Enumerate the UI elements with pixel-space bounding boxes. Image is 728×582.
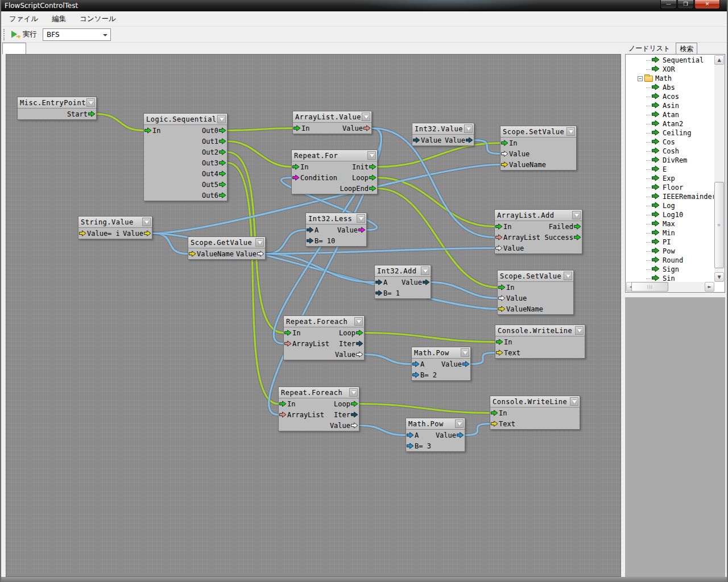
- node-dropdown-button[interactable]: [349, 388, 358, 397]
- node-dropdown-button[interactable]: [455, 419, 464, 428]
- output-pin-out6[interactable]: Out6: [202, 192, 226, 199]
- input-pin-value[interactable]: Value: [495, 244, 524, 252]
- output-pin-iter[interactable]: Iter: [334, 411, 358, 419]
- tree-item[interactable]: −Math: [627, 74, 714, 83]
- output-pin-value[interactable]: Value: [342, 124, 371, 132]
- title-bar[interactable]: FlowScriptControlTest — ❐ ✕: [1, 0, 727, 11]
- tree-item[interactable]: PI: [627, 238, 714, 247]
- input-pin-in[interactable]: In: [279, 400, 295, 408]
- output-pin-init[interactable]: Init: [352, 163, 377, 171]
- input-pin-in[interactable]: In: [501, 139, 517, 147]
- exec-wire[interactable]: [97, 114, 143, 131]
- input-pin-arraylist[interactable]: ArrayList: [284, 340, 329, 348]
- output-pin-out2[interactable]: Out2: [202, 148, 226, 156]
- output-pin-out4[interactable]: Out4: [202, 170, 226, 178]
- output-pin-value[interactable]: Value: [402, 278, 430, 286]
- output-pin-out1[interactable]: Out1: [202, 138, 226, 146]
- close-button[interactable]: ✕: [694, 0, 720, 9]
- output-pin-value[interactable]: Value: [236, 250, 264, 258]
- node-dropdown-button[interactable]: [570, 397, 578, 406]
- run-button[interactable]: ➜ 実行: [11, 30, 37, 39]
- menu-item[interactable]: 編集: [46, 11, 72, 26]
- input-pin-in[interactable]: In: [491, 409, 507, 417]
- tree-item[interactable]: E: [627, 165, 714, 174]
- input-pin-in[interactable]: In: [144, 127, 160, 135]
- input-pin-in[interactable]: In: [498, 284, 514, 292]
- input-pin-b2[interactable]: B= 2: [412, 371, 437, 379]
- node-dropdown-button[interactable]: [362, 113, 370, 121]
- node-int32-less[interactable]: Int32.LessAValueB= 10: [305, 213, 367, 247]
- node-repeat-foreach-1[interactable]: Repeat.ForeachInLoopArrayListIterValue: [283, 315, 365, 360]
- scroll-up-button[interactable]: ▲: [714, 55, 724, 65]
- tree-item[interactable]: Sequential: [627, 56, 714, 65]
- node-dropdown-button[interactable]: [217, 115, 226, 123]
- output-pin-value[interactable]: Value: [123, 230, 151, 238]
- input-pin-arraylist[interactable]: ArrayList: [279, 411, 324, 419]
- menu-item[interactable]: ファイル: [3, 11, 44, 26]
- maximize-button[interactable]: ❐: [677, 0, 694, 9]
- output-pin-start[interactable]: Start: [67, 110, 96, 118]
- input-pin-a[interactable]: A: [407, 431, 419, 439]
- input-pin-a[interactable]: A: [412, 360, 424, 368]
- output-pin-out3[interactable]: Out3: [202, 159, 226, 167]
- tree-item[interactable]: IEEERemainder: [627, 192, 714, 201]
- exec-wire[interactable]: [378, 143, 500, 167]
- tree-item[interactable]: Cos: [627, 138, 714, 147]
- node-console-writeline-2[interactable]: Console.WriteLineInText: [490, 396, 580, 430]
- input-pin-in[interactable]: In: [292, 163, 308, 171]
- input-pin-b3[interactable]: B= 3: [407, 442, 431, 450]
- output-pin-value[interactable]: Value: [337, 226, 366, 234]
- input-pin-a[interactable]: A: [375, 278, 387, 286]
- output-pin-value[interactable]: Value: [335, 351, 363, 359]
- output-pin-out5[interactable]: Out5: [202, 181, 226, 189]
- input-pin-a[interactable]: A: [307, 226, 318, 234]
- output-pin-out0[interactable]: Out0: [202, 127, 226, 135]
- node-scope-setvalue-1[interactable]: Scope.SetValueInValueValueName: [500, 126, 577, 171]
- node-dropdown-button[interactable]: [142, 218, 151, 226]
- tree-item[interactable]: Sign: [627, 265, 714, 274]
- node-repeat-for[interactable]: Repeat.ForInInitConditionLoopLoopEnd: [291, 149, 378, 194]
- input-pin-in[interactable]: In: [293, 124, 309, 132]
- output-pin-loop[interactable]: Loop: [334, 400, 358, 408]
- node-dropdown-button[interactable]: [566, 127, 575, 136]
- data-wire[interactable]: [471, 353, 495, 364]
- minimize-button[interactable]: —: [660, 0, 677, 9]
- input-pin-condition[interactable]: Condition: [292, 174, 337, 182]
- tab-search[interactable]: 検索: [676, 43, 697, 54]
- tree-item[interactable]: XOR: [627, 65, 714, 74]
- node-arraylist-value[interactable]: ArrayList.ValueInValue: [292, 111, 372, 134]
- output-pin-iter[interactable]: Iter: [339, 340, 363, 348]
- node-int32-value[interactable]: Int32.ValueValueValue: [412, 123, 474, 146]
- output-pin-value[interactable]: Value: [330, 422, 358, 430]
- output-pin-loop[interactable]: Loop: [352, 174, 377, 182]
- tree-item[interactable]: Asin: [627, 101, 714, 110]
- input-pin-in[interactable]: In: [496, 338, 512, 346]
- tree-item[interactable]: Atan2: [627, 119, 714, 128]
- node-dropdown-button[interactable]: [255, 238, 264, 247]
- tree-item[interactable]: DivRem: [627, 156, 714, 165]
- node-int32-add[interactable]: Int32.AddAValueB= 1: [374, 265, 431, 299]
- node-scope-setvalue-2[interactable]: Scope.SetValueInValueValueName: [497, 270, 574, 315]
- data-wire[interactable]: [266, 248, 494, 254]
- node-dropdown-button[interactable]: [575, 326, 584, 335]
- scroll-down-button[interactable]: ▼: [714, 272, 724, 282]
- canvas-tab[interactable]: [2, 43, 26, 54]
- input-pin-text[interactable]: Text: [491, 420, 515, 428]
- node-dropdown-button[interactable]: [461, 348, 469, 357]
- node-dropdown-button[interactable]: [357, 214, 365, 223]
- data-wire[interactable]: [465, 424, 490, 435]
- node-math-pow-1[interactable]: Math.PowAValueB= 2: [411, 347, 471, 381]
- tree-item[interactable]: Abs: [627, 83, 714, 92]
- input-pin-b1[interactable]: B= 1: [375, 289, 400, 297]
- vertical-scroll-thumb[interactable]: ≡: [714, 182, 724, 268]
- node-dropdown-button[interactable]: [564, 272, 572, 280]
- tree-item[interactable]: Exp: [627, 174, 714, 183]
- node-dropdown-button[interactable]: [354, 317, 363, 326]
- tree-item[interactable]: Log: [627, 201, 714, 210]
- output-pin-value[interactable]: Value: [441, 360, 470, 368]
- tree-item[interactable]: Round: [627, 256, 714, 265]
- input-pin-in[interactable]: In: [495, 223, 511, 231]
- node-dropdown-button[interactable]: [367, 151, 376, 160]
- input-pin-arraylist[interactable]: ArrayList: [495, 234, 540, 242]
- node-arraylist-add[interactable]: ArrayList.AddInFailedArrayListSuccessVal…: [494, 209, 582, 254]
